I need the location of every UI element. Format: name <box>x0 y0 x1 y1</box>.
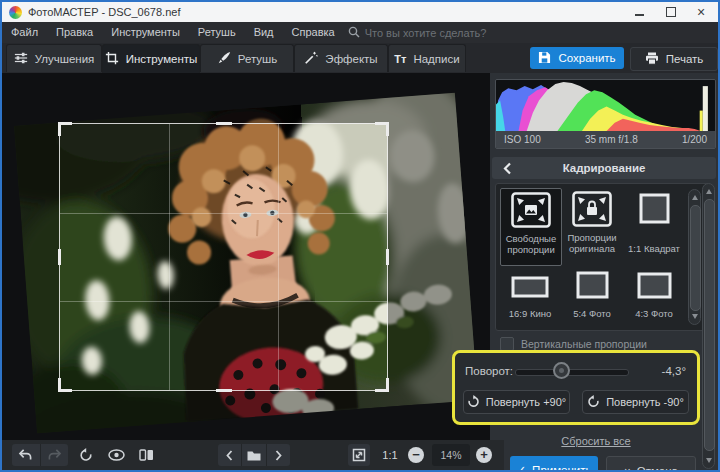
preset-label: 4:3 Фото <box>624 308 684 319</box>
free-proportions-icon <box>501 189 561 231</box>
rotate-cw-button[interactable]: Повернуть +90° <box>463 390 570 414</box>
tab-bar: Улучшения Инструменты Ретушь Эффекты Tт … <box>2 43 718 74</box>
preset-free[interactable]: Свободные пропорции <box>500 188 562 266</box>
tab-label: Улучшения <box>35 53 95 65</box>
search-icon <box>348 24 360 42</box>
crop-handle-bottom-right[interactable] <box>375 378 389 392</box>
scroll-up-icon[interactable] <box>692 195 698 200</box>
preset-label: 16:9 Кино <box>500 308 560 319</box>
zoom-out-button[interactable]: − <box>408 447 424 463</box>
ratio-5-4-icon <box>562 268 622 306</box>
folder-button[interactable] <box>242 450 266 461</box>
panel-scroll-thumb[interactable] <box>704 199 715 451</box>
lens-value: 35 mm f/1.8 <box>585 134 638 145</box>
preset-label: Свободные пропорции <box>501 233 561 255</box>
tab-tools[interactable]: Инструменты <box>102 44 200 75</box>
rotate-ccw-button[interactable]: Повернуть -90° <box>582 390 689 414</box>
rotation-highlight-box: Поворот: -4,3° Повернуть +90° Повернуть … <box>452 350 700 425</box>
menu-view[interactable]: Вид <box>245 22 283 43</box>
scale-1-1-button[interactable]: 1:1 <box>376 444 404 466</box>
panel-title: Кадрирование <box>512 162 696 174</box>
x-icon: × <box>624 465 631 472</box>
preset-label: 1:1 Квадрат <box>624 243 684 254</box>
title-bar: ФотоМАСТЕР - DSC_0678.nef × <box>2 2 718 22</box>
vertical-proportions-label: Вертикальные пропорции <box>521 338 647 350</box>
menu-tools[interactable]: Инструменты <box>102 22 189 43</box>
preset-original[interactable]: Пропорции оригинала <box>562 188 622 264</box>
maximize-button[interactable] <box>656 2 686 22</box>
menu-help[interactable]: Справка <box>283 22 344 43</box>
menu-edit[interactable]: Правка <box>47 22 102 43</box>
crop-presets-box: Свободные пропорции Пропорции оригинала … <box>495 183 709 331</box>
preset-16-9[interactable]: 16:9 Кино <box>500 268 560 326</box>
print-button[interactable]: Печать <box>630 47 718 71</box>
crop-handle-top-left[interactable] <box>58 122 72 136</box>
crop-handle-left[interactable] <box>58 249 61 265</box>
menu-retouch[interactable]: Ретушь <box>189 22 245 43</box>
histogram-box: ISO 100 35 mm f/1.8 1/200 <box>495 79 716 149</box>
show-original-eye-button[interactable] <box>104 444 128 466</box>
apply-button[interactable]: ✓ Применить <box>510 456 598 472</box>
histogram <box>496 80 715 131</box>
search-placeholder: Что вы хотите сделать? <box>365 27 487 39</box>
back-button[interactable] <box>503 162 512 175</box>
panel-scroll-up-icon[interactable] <box>706 189 712 194</box>
tab-enhance[interactable]: Улучшения <box>6 44 102 72</box>
crop-handle-top-right[interactable] <box>375 122 389 136</box>
cancel-label: Отмена <box>637 465 678 472</box>
zoom-in-button[interactable]: + <box>476 447 492 463</box>
reset-all-link[interactable]: Сбросить все <box>498 435 694 447</box>
redo-button[interactable] <box>41 449 69 461</box>
close-button[interactable]: × <box>686 2 716 22</box>
crop-dim-top <box>2 73 490 123</box>
rotation-label: Поворот: <box>465 365 513 377</box>
next-photo-button[interactable] <box>267 450 290 461</box>
reset-rotate-button[interactable] <box>74 444 98 466</box>
tab-captions[interactable]: Tт Надписи <box>388 44 466 72</box>
minimize-button[interactable] <box>624 2 654 22</box>
preset-5-4[interactable]: 5:4 Фото <box>562 268 622 326</box>
rotate-cw-icon <box>467 395 480 410</box>
fit-to-screen-button[interactable] <box>348 444 370 466</box>
crop-handle-bottom[interactable] <box>216 389 232 392</box>
apply-label: Применить <box>532 464 591 472</box>
before-after-compare-button[interactable] <box>134 444 158 466</box>
presets-scrollbar[interactable] <box>688 189 701 325</box>
crop-handle-top[interactable] <box>216 122 232 125</box>
sliders-icon <box>14 51 28 67</box>
presets-scroll-thumb[interactable] <box>690 205 701 311</box>
prev-photo-button[interactable] <box>218 450 241 461</box>
tab-effects[interactable]: Эффекты <box>294 44 388 72</box>
crop-handle-bottom-left[interactable] <box>58 378 72 392</box>
brush-icon <box>217 51 231 67</box>
save-button[interactable]: Сохранить <box>530 47 624 69</box>
preset-1-1[interactable]: 1:1 Квадрат <box>624 188 684 264</box>
preset-4-3[interactable]: 4:3 Фото <box>624 268 684 326</box>
rotation-slider-handle[interactable] <box>553 362 570 379</box>
iso-value: ISO 100 <box>504 134 541 145</box>
menu-bar: Файл Правка Инструменты Ретушь Вид Справ… <box>2 22 718 43</box>
crop-dim-left <box>2 123 59 391</box>
panel-scroll-down-icon[interactable] <box>706 458 712 463</box>
cancel-button[interactable]: × Отмена <box>606 456 696 472</box>
print-label: Печать <box>666 53 704 65</box>
rotation-slider-track[interactable] <box>515 369 629 376</box>
panel-scrollbar[interactable] <box>702 183 715 469</box>
crop-frame[interactable] <box>59 123 388 391</box>
original-proportions-lock-icon <box>562 188 622 230</box>
panel-header: Кадрирование <box>492 157 716 179</box>
search-box[interactable]: Что вы хотите сделать? <box>348 24 487 42</box>
undo-button[interactable] <box>12 449 40 461</box>
tab-label: Инструменты <box>126 53 198 65</box>
app-logo-icon <box>9 6 22 19</box>
scroll-down-icon[interactable] <box>692 314 698 319</box>
tab-label: Эффекты <box>325 53 377 65</box>
grid-line-h1 <box>60 213 387 214</box>
grid-line-v1 <box>169 124 170 390</box>
check-icon: ✓ <box>516 463 526 472</box>
vertical-proportions-checkbox[interactable] <box>500 337 514 351</box>
magic-wand-icon <box>304 51 318 67</box>
tab-retouch[interactable]: Ретушь <box>200 44 294 72</box>
crop-handle-right[interactable] <box>386 249 389 265</box>
menu-file[interactable]: Файл <box>2 22 47 43</box>
